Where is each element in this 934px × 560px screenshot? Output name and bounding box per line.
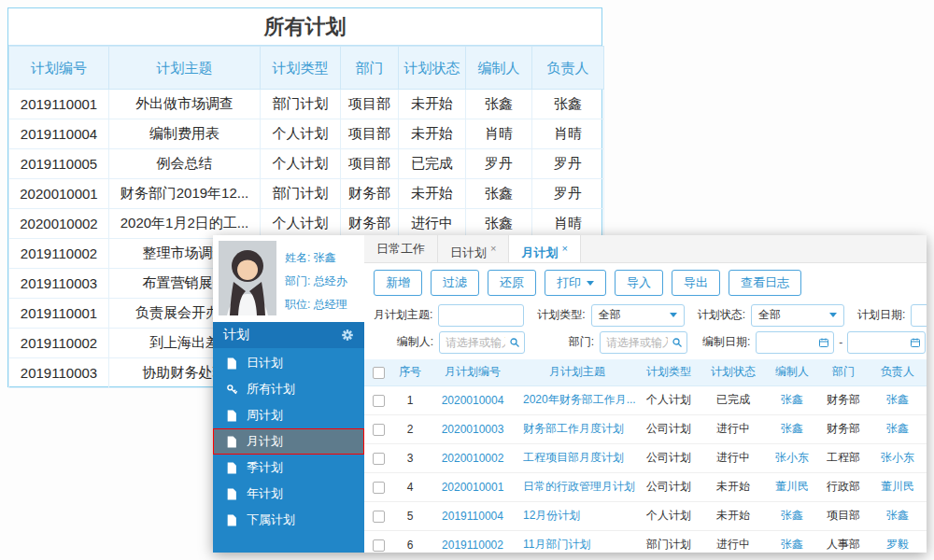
table-row[interactable]: 42020010001日常的行政管理月计划公司计划未开始董川民行政部董川民 <box>364 472 927 501</box>
toolbar-button[interactable]: 打印 <box>545 270 606 296</box>
subject-filter-input[interactable] <box>438 304 524 327</box>
row-checkbox[interactable] <box>373 424 385 436</box>
toolbar-button[interactable]: 还原 <box>488 270 536 296</box>
plan-date-start-input[interactable] <box>911 304 927 327</box>
table-cell: 6 <box>392 530 428 553</box>
table-link-cell[interactable]: 张鑫 <box>869 501 927 530</box>
table-link-cell[interactable]: 2019110002 <box>428 530 517 553</box>
sidebar-item[interactable]: 季计划 <box>213 455 364 481</box>
tab-close-icon[interactable]: × <box>561 243 567 254</box>
toolbar-button[interactable]: 导出 <box>672 270 720 296</box>
sidebar-item[interactable]: 所有计划 <box>213 376 364 402</box>
table-row[interactable]: 5201911000412月份计划个人计划未开始张鑫项目部张鑫 <box>364 501 927 530</box>
table-cell: 行政部 <box>818 472 869 501</box>
table-link-cell[interactable]: 2020年财务部工作月... <box>517 385 637 414</box>
table-row[interactable]: 6201911000211月部门计划部门计划进行中张鑫人事部罗毅 <box>364 530 927 553</box>
table-link-cell[interactable]: 11月部门计划 <box>517 530 637 553</box>
table-link-cell[interactable]: 张小东 <box>869 443 927 472</box>
table-row[interactable]: 2019110001外出做市场调查部门计划项目部未开始张鑫张鑫 <box>9 90 604 119</box>
status-filter-select[interactable]: 全部 <box>751 304 844 327</box>
table-cell: 部门计划 <box>261 90 341 119</box>
toolbar-button[interactable]: 导入 <box>615 270 663 296</box>
table-link-cell[interactable]: 日常的行政管理月计划 <box>517 472 637 501</box>
sidebar-item[interactable]: 周计划 <box>213 402 364 428</box>
table-row[interactable]: 2019110005例会总结个人计划项目部已完成罗丹罗丹 <box>9 149 604 179</box>
status-filter-label: 计划状态: <box>698 307 745 323</box>
select-all-checkbox[interactable] <box>373 367 385 379</box>
dropdown-caret-icon <box>587 281 594 286</box>
search-icon[interactable] <box>672 337 683 348</box>
row-checkbox[interactable] <box>373 453 385 465</box>
calendar-icon[interactable] <box>910 337 921 348</box>
table-link-cell[interactable]: 张鑫 <box>766 385 818 414</box>
table-link-cell[interactable]: 张鑫 <box>869 414 927 443</box>
table-link-cell[interactable]: 张鑫 <box>766 501 818 530</box>
toolbar-button[interactable]: 新增 <box>374 270 422 296</box>
sidebar-section-plan[interactable]: 计划 <box>213 322 364 348</box>
monthly-plan-window: 姓名: 张鑫 部门: 总经办 职位: 总经理 计划 <box>213 235 927 553</box>
sidebar-item[interactable]: 月计划 <box>213 428 364 455</box>
table-link-cell[interactable]: 2020010002 <box>428 443 517 472</box>
table-link-cell[interactable]: 2020010003 <box>428 414 517 443</box>
toolbar-button[interactable]: 过滤 <box>431 270 479 296</box>
select-all-header <box>364 359 392 385</box>
monthly-table-header-row: 序号月计划编号月计划主题计划类型计划状态编制人部门负责人 <box>364 359 927 385</box>
table-row[interactable]: 22020010003财务部工作月度计划公司计划进行中张鑫财务部张鑫 <box>364 414 927 443</box>
table-link-cell[interactable]: 12月份计划 <box>517 501 637 530</box>
table-link-cell[interactable]: 张鑫 <box>766 530 818 553</box>
table-cell: 未开始 <box>700 501 766 530</box>
table-cell: 未开始 <box>399 90 466 119</box>
tab-bar: 日常工作日计划×月计划× <box>364 235 927 263</box>
table-link-cell[interactable]: 董川民 <box>869 472 927 501</box>
table-row[interactable]: 32020010002工程项目部月度计划公司计划进行中张小东工程部张小东 <box>364 443 927 472</box>
column-header: 部门 <box>341 47 399 90</box>
row-checkbox[interactable] <box>373 482 385 494</box>
table-row[interactable]: 2020010001财务部门2019年12...部门计划财务部未开始张鑫罗丹 <box>9 179 604 209</box>
toolbar-button-label: 新增 <box>386 274 410 291</box>
gear-icon[interactable] <box>341 329 354 342</box>
table-cell: 5 <box>392 501 428 530</box>
profile-position: 职位: 总经理 <box>285 293 347 316</box>
table-link-cell[interactable]: 张鑫 <box>766 414 818 443</box>
tab-active[interactable]: 月计划× <box>509 235 580 262</box>
table-cell: 公司计划 <box>637 414 700 443</box>
sidebar-item-label: 月计划 <box>247 433 283 450</box>
calendar-icon[interactable] <box>818 337 829 348</box>
column-header: 计划编号 <box>9 47 109 90</box>
row-checkbox[interactable] <box>373 511 385 523</box>
table-link-cell[interactable]: 罗毅 <box>869 530 927 553</box>
sidebar-section-label: 计划 <box>223 327 249 343</box>
table-link-cell[interactable]: 2019110004 <box>428 501 517 530</box>
table-cell: 3 <box>392 443 428 472</box>
avatar <box>219 241 276 315</box>
row-checkbox[interactable] <box>373 539 385 552</box>
sidebar-item[interactable]: 年计划 <box>213 481 364 507</box>
table-row[interactable]: 20200100022020年1月2日的工...个人计划财务部进行中张鑫肖晴 <box>9 209 604 239</box>
table-link-cell[interactable]: 工程项目部月度计划 <box>517 443 637 472</box>
toolbar: 新增过滤还原打印导入导出查看日志 <box>364 263 927 301</box>
table-link-cell[interactable]: 财务部工作月度计划 <box>517 414 637 443</box>
table-link-cell[interactable]: 2020010004 <box>428 385 517 414</box>
table-link-cell[interactable]: 张小东 <box>766 443 818 472</box>
table-cell: 张鑫 <box>532 90 604 119</box>
type-filter-select[interactable]: 全部 <box>591 304 685 327</box>
doc-icon <box>225 488 238 500</box>
sidebar-item[interactable]: 下属计划 <box>213 507 364 533</box>
tab-item[interactable]: 日计划× <box>438 235 509 262</box>
table-row[interactable]: 2019110004编制费用表个人计划项目部未开始肖晴肖晴 <box>9 119 604 149</box>
toolbar-button[interactable]: 查看日志 <box>729 270 801 296</box>
tab-item[interactable]: 日常工作 <box>364 235 438 262</box>
sidebar-item-label: 下属计划 <box>247 511 295 528</box>
sidebar-item[interactable]: 日计划 <box>213 350 364 376</box>
table-cell: 肖晴 <box>466 119 532 149</box>
tab-close-icon[interactable]: × <box>490 243 496 254</box>
table-link-cell[interactable]: 张鑫 <box>869 385 927 414</box>
row-checkbox[interactable] <box>373 395 385 407</box>
table-link-cell[interactable]: 董川民 <box>766 472 818 501</box>
table-link-cell[interactable]: 2020010001 <box>428 472 517 501</box>
table-cell: 2019110002 <box>9 239 109 269</box>
profile-info: 姓名: 张鑫 部门: 总经办 职位: 总经理 <box>285 241 347 316</box>
table-cell: 个人计划 <box>637 501 700 530</box>
search-icon[interactable] <box>509 337 520 348</box>
table-row[interactable]: 120200100042020年财务部工作月...个人计划已完成张鑫财务部张鑫 <box>364 385 927 414</box>
